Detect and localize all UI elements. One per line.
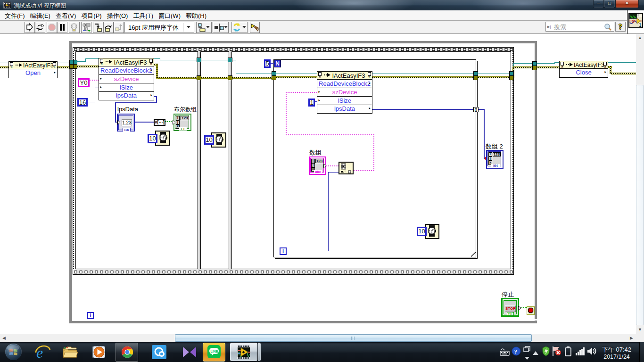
svg-text:LINE: LINE: [211, 350, 218, 353]
svg-text:?: ?: [514, 348, 518, 355]
svg-text:1: 1: [639, 23, 642, 27]
